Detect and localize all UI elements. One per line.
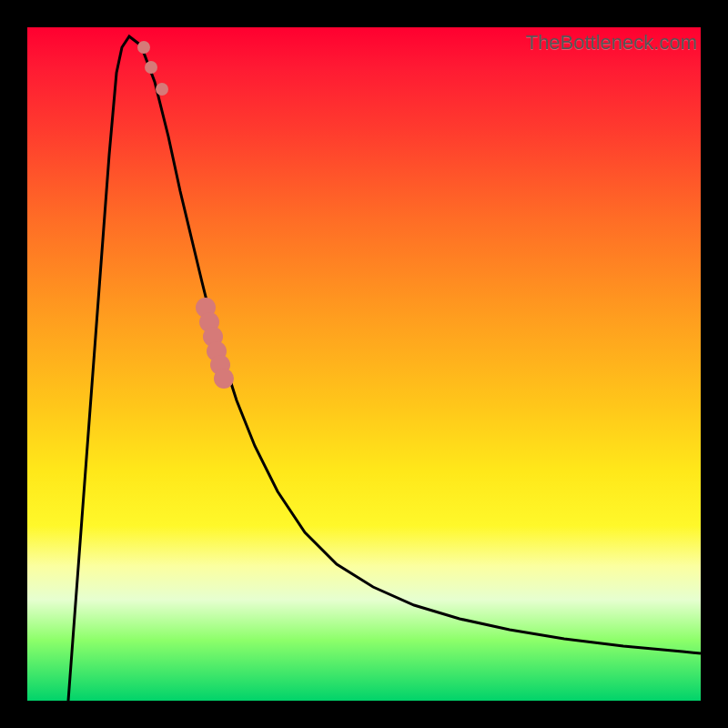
watermark: TheBottleneck.com: [526, 31, 697, 55]
marker-dot: [207, 341, 227, 361]
marker-dot: [203, 327, 223, 347]
marker-dot: [210, 355, 230, 375]
marker-dot: [145, 61, 157, 74]
marker-dot: [214, 369, 234, 389]
bottleneck-curve: [68, 36, 701, 701]
chart-panel: TheBottleneck.com: [27, 27, 701, 701]
marker-dot: [156, 83, 168, 96]
marker-dot: [137, 41, 150, 54]
chart-frame: TheBottleneck.com: [0, 0, 728, 728]
highlight-markers: [137, 41, 234, 389]
marker-dot: [199, 312, 219, 332]
chart-svg: [27, 27, 701, 701]
marker-dot: [196, 298, 216, 318]
